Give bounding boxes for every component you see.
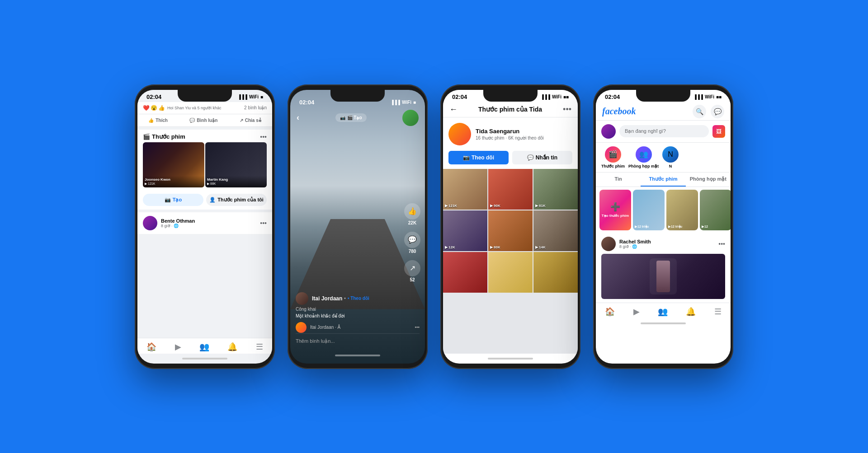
p2-header-controls: ‹ 📷 🎬 Tạo <box>290 106 425 130</box>
shortcut-reels[interactable]: 🎬 Thước phim <box>601 146 625 168</box>
nav-bell-1[interactable]: 🔔 <box>227 342 237 352</box>
grid-cell-6[interactable]: ▶ 14K <box>533 210 578 251</box>
phone-3: 02:04 ▐▐▐ WiFi ■■ ← Thước phim của Tida … <box>440 84 580 369</box>
grid-cell-2[interactable]: ▶ 90K <box>488 169 533 210</box>
rooms-shortcut-icon: 👥 <box>636 146 652 163</box>
nav-home-1[interactable]: 🏠 <box>146 342 156 352</box>
video-thumb-1[interactable]: Joonseo Kwon ▶ 121K <box>143 142 204 187</box>
home-indicator-2 <box>290 347 425 364</box>
search-icon-4[interactable]: 🔍 <box>693 105 706 118</box>
shortcut-rooms[interactable]: 👥 Phòng họp mặt <box>628 146 659 168</box>
other-shortcut-label: N <box>669 164 672 168</box>
create-reel-label: Tạo thước phim <box>602 214 629 218</box>
nav-menu-1[interactable]: ☰ <box>256 342 263 352</box>
post-input[interactable]: Bạn đang nghĩ gì? <box>619 125 709 137</box>
video-info-1: Joonseo Kwon ▶ 121K <box>143 176 204 187</box>
thumbs-up-icon-2: 👍 <box>404 203 420 219</box>
my-videos-button[interactable]: 👤 Thước phim của tôi <box>206 194 267 206</box>
play-icon-cell-1: ▶ <box>445 204 448 208</box>
share-action[interactable]: ↗ 52 <box>404 260 420 282</box>
back-button-3[interactable]: ← <box>449 105 458 114</box>
like-label: Thích <box>156 118 168 123</box>
like-action[interactable]: 👍 22K <box>404 203 420 225</box>
verified-dot: • <box>344 296 346 301</box>
status-icons-1: ▐▐▐ WiFi ■ <box>238 94 263 99</box>
facebook-header: facebook 🔍 💬 <box>596 102 731 121</box>
grid-cell-9[interactable] <box>533 252 578 293</box>
reels-title: 🎬 Thước phim <box>143 133 185 140</box>
more-comments-icon[interactable]: ••• <box>415 325 420 330</box>
tab-rooms[interactable]: Phòng họp mặt <box>686 173 731 187</box>
phone-2-screen: 02:04 ▐▐▐ WiFi ■ ‹ 📷 🎬 Tạo <box>290 90 425 364</box>
person-silhouette <box>656 261 670 292</box>
message-button[interactable]: 💬 Nhắn tin <box>512 151 572 164</box>
creator-name: Itai Jordaan • • Theo dõi <box>312 295 369 302</box>
post-more-icon[interactable]: ••• <box>260 219 267 227</box>
tab-reels[interactable]: Thước phim <box>641 173 685 187</box>
reels-section-header: 🎬 Thước phim ••• <box>137 130 272 142</box>
user-post-preview: Bente Othman 8 giờ · 🌐 ••• <box>137 212 272 234</box>
nav-reels-4[interactable]: ▶ <box>633 307 640 317</box>
nav-menu-4[interactable]: ☰ <box>714 307 722 317</box>
creator-row: Itai Jordaan • • Theo dõi <box>296 292 398 305</box>
share-button[interactable]: ↗ Chia sẻ <box>236 116 265 125</box>
comment-input-placeholder[interactable]: Thêm bình luận... <box>296 338 335 344</box>
nav-bell-4[interactable]: 🔔 <box>686 307 696 317</box>
nav-reels-1[interactable]: ▶ <box>175 342 181 352</box>
likes-count: 22K <box>404 220 420 225</box>
create-reel-card[interactable]: ➕ Tạo thước phim <box>599 190 631 230</box>
clapper-icon: 🎬 <box>143 133 150 140</box>
messenger-icon-4[interactable]: 💬 <box>711 105 724 118</box>
card-count-1: ▶ 12 triệu <box>635 225 649 229</box>
grid-cell-5[interactable]: ▶ 80K <box>488 210 533 251</box>
wifi-icon: WiFi <box>249 94 259 99</box>
tab-tin[interactable]: Tin <box>596 173 641 187</box>
battery-icon: ■ <box>260 94 263 99</box>
video-thumb-2[interactable]: Martin Kang ▶ 88K <box>205 142 267 187</box>
cell-views-4: ▶ 12K <box>445 245 455 249</box>
rachel-video-preview[interactable] <box>601 254 725 299</box>
play-icon-cell-2: ▶ <box>490 204 493 208</box>
back-button-2[interactable]: ‹ <box>297 113 299 122</box>
nav-people-4[interactable]: 👥 <box>658 307 668 317</box>
video-card-3[interactable]: ▶ 12 <box>700 190 731 230</box>
grid-cell-8[interactable] <box>488 252 533 293</box>
shortcut-other[interactable]: N N <box>662 146 679 168</box>
comment-action[interactable]: 💬 780 <box>404 232 420 254</box>
play-icon-cell-4: ▶ <box>445 245 448 249</box>
video-card-2[interactable]: ▶ 12 triệu <box>666 190 698 230</box>
phone-1-screen: 02:04 ▐▐▐ WiFi ■ ❤️ 😮 👍 Hoi Shan Yiu và … <box>137 90 272 364</box>
post-more-icon-4[interactable]: ••• <box>718 240 725 248</box>
comment-button[interactable]: 💬 Bình luận <box>186 116 221 125</box>
card-count-3: ▶ 12 <box>702 225 708 229</box>
create-button[interactable]: 📷 Tạo <box>143 194 203 206</box>
cell-views-1: ▶ 121K <box>445 204 457 208</box>
grid-cell-4[interactable]: ▶ 12K <box>443 210 487 251</box>
create-reel-button[interactable]: 📷 🎬 Tạo <box>335 113 367 122</box>
grid-cell-7[interactable] <box>443 252 487 293</box>
status-icons-3: ▐▐▐ WiFi ■■ <box>541 94 569 99</box>
create-label-2: 🎬 Tạo <box>347 115 362 120</box>
profile-page-title: Thước phim của Tida <box>478 106 542 113</box>
profile-action-buttons: 📷 Theo dõi 💬 Nhắn tin <box>443 151 578 169</box>
like-button[interactable]: 👍 Thích <box>145 116 171 125</box>
camera-icon-2: 📷 <box>340 115 345 120</box>
video-card-1[interactable]: ▶ 12 triệu <box>633 190 665 230</box>
follow-button[interactable]: 📷 Theo dõi <box>448 151 509 164</box>
more-options-icon[interactable]: ••• <box>260 133 267 140</box>
comments-count: 2 bình luận <box>244 105 267 110</box>
nav-people-1[interactable]: 👥 <box>199 342 209 352</box>
play-icon-card-2: ▶ <box>668 225 670 229</box>
nav-home-4[interactable]: 🏠 <box>605 307 615 317</box>
video-icon: 👤 <box>209 197 216 203</box>
battery-icon-4: ■■ <box>716 94 722 99</box>
message-label: Nhắn tin <box>536 154 557 161</box>
follow-label[interactable]: • Theo dõi <box>348 296 369 301</box>
more-options-3[interactable]: ••• <box>563 105 571 114</box>
wifi-icon-4: WiFi <box>705 94 714 99</box>
grid-cell-1[interactable]: ▶ 121K <box>443 169 487 210</box>
grid-cell-3[interactable]: ▶ 81K <box>533 169 578 210</box>
photo-video-icon[interactable]: 🖼 <box>712 125 725 138</box>
poster-time: 8 giờ · 🌐 <box>619 244 651 249</box>
creator-avatar-2[interactable] <box>402 110 419 126</box>
